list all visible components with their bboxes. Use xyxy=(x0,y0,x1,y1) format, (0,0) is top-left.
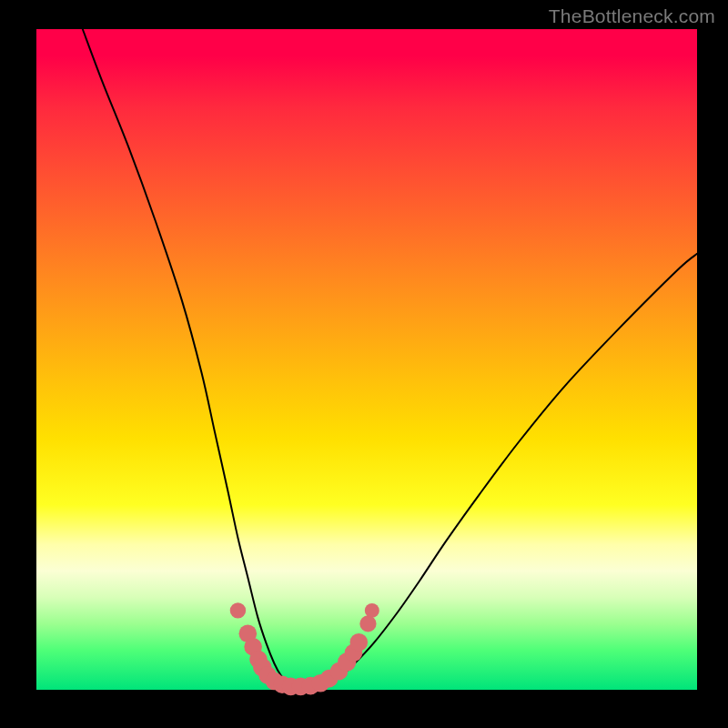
watermark-text: TheBottleneck.com xyxy=(549,5,715,27)
plot-area xyxy=(36,29,697,690)
chart-svg xyxy=(36,29,697,690)
chart-frame: TheBottleneck.com xyxy=(0,0,728,728)
curve-markers xyxy=(230,602,379,695)
bottleneck-curve xyxy=(83,29,697,686)
curve-marker xyxy=(349,633,368,652)
curve-marker xyxy=(365,603,379,618)
curve-marker xyxy=(230,602,246,618)
curve-marker xyxy=(359,615,376,632)
